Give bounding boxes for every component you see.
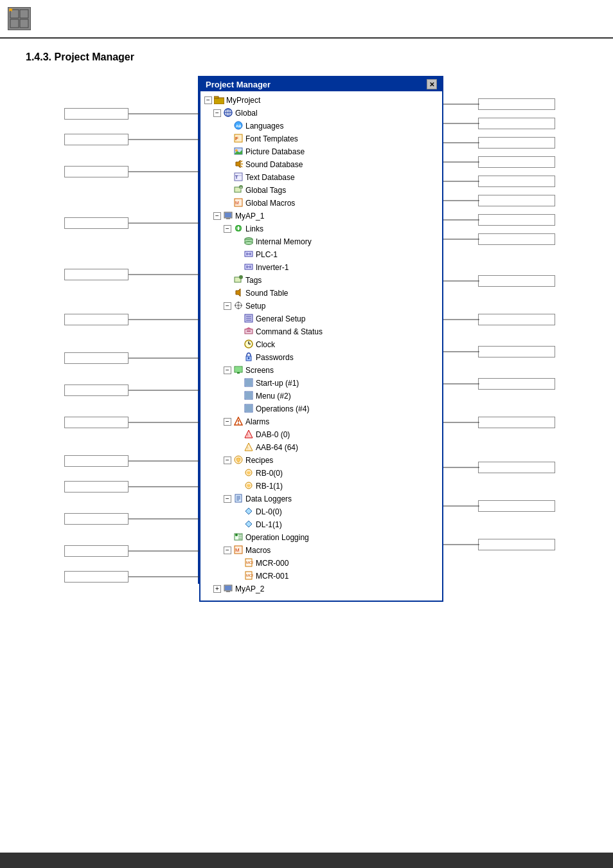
tree-item-myproject[interactable]: − MyProject (203, 94, 440, 107)
label-global-tags: Global Tags (245, 185, 286, 196)
svg-rect-107 (249, 395, 252, 399)
pm-tree: − MyProject − Global (200, 91, 442, 601)
tree-item-dab0[interactable]: ! DAB-0 (0) (203, 428, 440, 441)
expander-links[interactable]: − (224, 225, 231, 233)
tree-item-aab64[interactable]: ! AAB-64 (64) (203, 441, 440, 454)
tree-item-picture-database[interactable]: Picture Database (203, 145, 440, 158)
tree-item-operations[interactable]: Operations (#4) (203, 402, 440, 415)
tree-item-general-setup[interactable]: General Setup (203, 312, 440, 325)
expander-recipes[interactable]: − (224, 457, 231, 464)
svg-line-50 (241, 166, 242, 167)
label-myap1: MyAP_1 (235, 210, 264, 222)
svg-rect-101 (245, 383, 249, 386)
tree-item-operation-logging[interactable]: Operation Logging (203, 531, 440, 544)
svg-rect-1 (20, 10, 28, 18)
bottom-bar (0, 853, 613, 868)
icon-screens (233, 365, 244, 375)
expander-data-loggers[interactable]: − (224, 495, 231, 503)
expander-screens[interactable]: − (224, 366, 231, 374)
svg-rect-105 (249, 392, 252, 395)
tree-item-sound-database[interactable]: Sound Database (203, 158, 440, 171)
expander-myap1[interactable]: − (213, 212, 221, 220)
tree-item-tags[interactable]: Tags (203, 274, 440, 287)
icon-global (223, 108, 233, 118)
icon-picture-database (233, 147, 244, 157)
svg-rect-111 (245, 408, 249, 411)
tree-item-alarms[interactable]: − Alarms (203, 415, 440, 428)
icon-text-database: T (233, 172, 244, 183)
tree-item-text-database[interactable]: T Text Database (203, 171, 440, 184)
icon-plc1 (244, 249, 254, 260)
expander-setup[interactable]: − (224, 302, 231, 310)
tree-item-menu[interactable]: Menu (#2) (203, 390, 440, 402)
svg-point-94 (248, 357, 250, 359)
icon-alarms (233, 417, 244, 427)
label-dl0: DL-0(0) (256, 506, 282, 518)
tree-item-dl0[interactable]: DL-0(0) (203, 505, 440, 518)
right-anno-box-2 (478, 118, 555, 129)
tree-item-sound-table[interactable]: Sound Table (203, 287, 440, 300)
pm-close-button[interactable]: ✕ (427, 79, 437, 89)
project-manager-window: Project Manager ✕ − MyProject − (199, 76, 443, 602)
icon-myproject (214, 95, 224, 105)
icon-operation-logging (233, 532, 244, 543)
tree-item-global[interactable]: − Global (203, 107, 440, 120)
icon-global-tags: @ (233, 185, 244, 195)
tree-item-data-loggers[interactable]: − Data Loggers (203, 493, 440, 505)
left-anno-box-8 (64, 384, 129, 396)
svg-text:MCR: MCR (246, 574, 253, 577)
tree-item-clock[interactable]: Clock (203, 338, 440, 351)
right-anno-box-3 (478, 137, 555, 149)
icon-languages: AB (233, 121, 244, 131)
tree-item-startup[interactable]: Start-up (#1) (203, 377, 440, 390)
project-manager-area: Project Manager ✕ − MyProject − (26, 76, 587, 603)
tree-item-rb0[interactable]: RB-0(0) (203, 467, 440, 480)
expander-global[interactable]: − (213, 109, 221, 117)
label-operation-logging: Operation Logging (245, 532, 309, 543)
expander-alarms[interactable]: − (224, 418, 231, 426)
left-anno-box-10 (64, 455, 129, 467)
tree-item-font-templates[interactable]: F Font Templates (203, 132, 440, 145)
tree-item-mcr001[interactable]: MCR MCR-001 (203, 570, 440, 583)
tree-item-recipes[interactable]: − Recipes (203, 454, 440, 467)
left-anno-box-14 (64, 571, 129, 583)
expander-myap2[interactable]: + (213, 585, 221, 593)
tree-item-plc1[interactable]: PLC-1 (203, 248, 440, 261)
icon-recipes (233, 455, 244, 466)
svg-rect-102 (249, 383, 252, 386)
tree-item-command-status[interactable]: Command & Status (203, 325, 440, 338)
expander-myproject[interactable]: − (204, 96, 212, 104)
tree-item-passwords[interactable]: Passwords (203, 351, 440, 364)
icon-menu (244, 391, 254, 401)
label-font-templates: Font Templates (245, 133, 298, 145)
svg-rect-60 (225, 213, 231, 217)
label-general-setup: General Setup (256, 313, 305, 325)
tree-item-global-macros[interactable]: M Global Macros (203, 197, 440, 210)
tree-item-setup[interactable]: − Setup (203, 300, 440, 312)
icon-myap1 (223, 211, 233, 221)
label-dl1: DL-1(1) (256, 519, 282, 530)
tree-item-myap1[interactable]: − MyAP_1 (203, 210, 440, 222)
svg-point-62 (237, 226, 240, 231)
tree-item-screens[interactable]: − Screens (203, 364, 440, 377)
svg-rect-61 (226, 218, 230, 219)
expander-macros[interactable]: − (224, 547, 231, 554)
left-anno-box-3 (64, 166, 129, 177)
tree-item-links[interactable]: − Links (203, 222, 440, 235)
tree-item-rb1[interactable]: RB-1(1) (203, 480, 440, 493)
tree-item-myap2[interactable]: + MyAP_2 (203, 583, 440, 595)
tree-item-mcr000[interactable]: MCR MCR-000 (203, 557, 440, 570)
left-anno-box-2 (64, 134, 129, 145)
tree-item-dl1[interactable]: DL-1(1) (203, 518, 440, 531)
icon-general-setup (244, 314, 254, 324)
section-title: 1.4.3. Project Manager (26, 51, 587, 63)
tree-item-inverter1[interactable]: Inverter-1 (203, 261, 440, 274)
icon-mcr001: MCR (244, 571, 254, 581)
tree-item-global-tags[interactable]: @ Global Tags (203, 184, 440, 197)
tree-item-languages[interactable]: AB Languages (203, 120, 440, 132)
svg-line-48 (241, 161, 242, 162)
label-startup: Start-up (#1) (256, 377, 299, 389)
tree-item-internal-memory[interactable]: Internal Memory (203, 235, 440, 248)
icon-operations (244, 404, 254, 414)
tree-item-macros[interactable]: − M Macros (203, 544, 440, 557)
